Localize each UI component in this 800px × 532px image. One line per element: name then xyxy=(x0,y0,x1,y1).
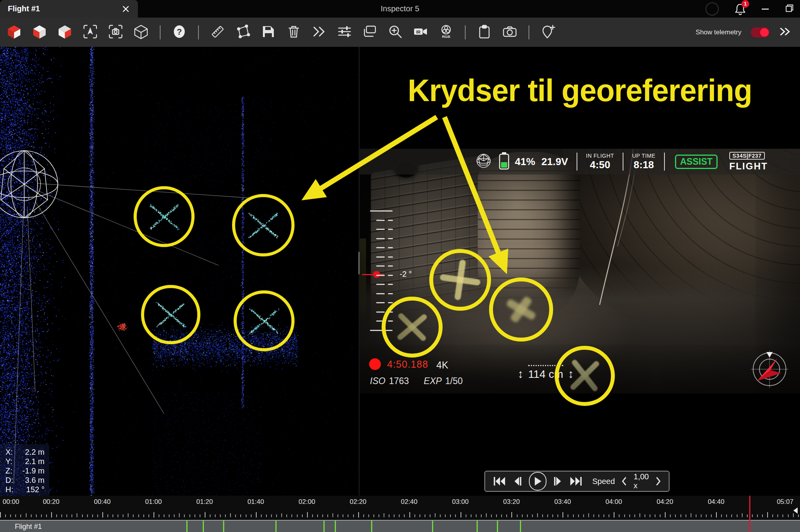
video-panel: Krydser til georeferering xyxy=(360,47,800,496)
notification-bell-icon[interactable]: 1 xyxy=(734,3,746,15)
event-marker[interactable] xyxy=(275,521,277,532)
event-marker[interactable] xyxy=(335,521,336,532)
delete-button[interactable] xyxy=(286,25,302,40)
skip-start-button[interactable] xyxy=(493,476,506,486)
polygon-button[interactable] xyxy=(235,25,251,40)
flight-tab[interactable]: Flight #1 xyxy=(0,0,138,18)
coord-d: D:3.6 m xyxy=(5,475,45,485)
time-label: 02:00 xyxy=(298,498,315,506)
event-marker[interactable] xyxy=(497,521,498,532)
layers-button[interactable] xyxy=(362,25,378,40)
toolbar-separator xyxy=(160,25,161,39)
event-marker[interactable] xyxy=(477,521,478,532)
playback-controls: Speed 1,00 x xyxy=(484,471,670,492)
toolbar-separator xyxy=(465,25,466,39)
view-cube-left-button[interactable] xyxy=(32,25,47,40)
locate-target-button[interactable] xyxy=(82,25,98,40)
speed-decrease-button[interactable] xyxy=(621,477,627,486)
expand-chevrons-icon[interactable] xyxy=(779,26,791,39)
measure-button[interactable] xyxy=(210,25,225,40)
exposure-readout: ISO1763 EXP1/50 xyxy=(370,376,463,386)
battery-voltage: 21.9V xyxy=(541,156,568,168)
minimize-button[interactable] xyxy=(762,4,770,14)
range-readout: ↕ 114 cm ↕ xyxy=(518,365,574,381)
title-bar: Flight #1 Inspector 5 1 xyxy=(0,0,800,18)
playhead[interactable] xyxy=(749,496,750,532)
flight-tab-label: Flight #1 xyxy=(8,4,40,13)
up-time-stat: UP TIME 8:18 xyxy=(632,153,655,170)
record-dot-icon xyxy=(369,358,381,370)
help-icon: ? xyxy=(171,24,187,41)
time-label: 02:40 xyxy=(401,498,418,506)
flight-mode-label: FLIGHT xyxy=(729,161,768,172)
drone-cage-icon xyxy=(475,153,492,171)
frame-forward-button[interactable] xyxy=(553,476,562,486)
more-tools-button[interactable] xyxy=(311,25,327,40)
battery-icon xyxy=(499,152,509,171)
updown-arrow-icon: ↕ xyxy=(568,367,574,381)
view-cube-right-icon xyxy=(57,24,73,41)
geo-add-button[interactable] xyxy=(540,25,556,40)
wireframe-cube-icon xyxy=(133,24,149,41)
view-cube-right-button[interactable] xyxy=(57,25,73,40)
save-button[interactable] xyxy=(261,25,276,40)
session-badge: S34S|F237 xyxy=(729,152,765,160)
play-button[interactable] xyxy=(529,472,546,491)
updown-arrow-icon: ↕ xyxy=(518,367,523,381)
timeline-labels: 00:0000:2000:4001:0001:2001:4002:0002:20… xyxy=(0,498,800,508)
record-indicator: 4:50.188 xyxy=(369,358,428,370)
notification-badge: 1 xyxy=(741,0,749,8)
time-label: 03:40 xyxy=(554,498,571,506)
wireframe-cube-button[interactable] xyxy=(133,25,149,40)
ir-camera-button[interactable]: IR xyxy=(413,25,429,40)
toolbar-separator xyxy=(198,25,199,39)
pointcloud-viewport[interactable]: X:2.2 m Y:2.1 m Z:-1.9 m D:3.6 m H:152 ° xyxy=(0,47,359,496)
time-label: 05:07 xyxy=(777,498,794,506)
telemetry-hud: 41% 21.9V IN FLIGHT 4:50 UP TIME 8:18 AS… xyxy=(360,149,800,174)
assist-badge: ASSIST xyxy=(675,155,718,169)
rgb-camera-button[interactable]: RGB xyxy=(438,25,454,40)
view-cube-red-icon xyxy=(6,24,22,41)
timeline-ticks xyxy=(0,511,800,519)
speed-increase-button[interactable] xyxy=(655,477,661,486)
flight-track[interactable]: Flight #1 xyxy=(0,520,800,532)
polygon-icon xyxy=(235,24,251,41)
event-marker[interactable] xyxy=(520,521,521,532)
event-marker[interactable] xyxy=(223,521,224,532)
clipboard-button[interactable] xyxy=(477,25,492,40)
tab-close-icon[interactable] xyxy=(121,5,130,13)
toolbar: ?IRRGB Show telemetry xyxy=(0,18,800,47)
show-telemetry-toggle[interactable] xyxy=(751,27,770,37)
layers-icon xyxy=(362,24,378,41)
coord-z: Z:-1.9 m xyxy=(5,466,45,475)
event-marker[interactable] xyxy=(186,521,188,532)
timeline[interactable]: 00:0000:2000:4001:0001:2001:4002:0002:20… xyxy=(0,496,800,532)
coord-y: Y:2.1 m xyxy=(5,457,45,466)
position-readout: X:2.2 m Y:2.1 m Z:-1.9 m D:3.6 m H:152 ° xyxy=(0,444,49,496)
event-marker[interactable] xyxy=(371,521,372,532)
time-label: 04:00 xyxy=(605,498,622,506)
capture-view-button[interactable] xyxy=(108,25,123,40)
ir-camera-icon: IR xyxy=(413,24,429,41)
vignette xyxy=(360,149,800,393)
speed-value: 1,00 x xyxy=(634,472,649,490)
svg-text:IR: IR xyxy=(416,29,421,34)
app-title: Inspector 5 xyxy=(381,4,420,13)
skip-end-button[interactable] xyxy=(569,476,582,486)
screenshot-button[interactable] xyxy=(502,25,518,40)
maximize-button[interactable] xyxy=(785,4,794,14)
event-marker[interactable] xyxy=(203,521,204,532)
video-feed[interactable]: 41% 21.9V IN FLIGHT 4:50 UP TIME 8:18 AS… xyxy=(360,149,800,393)
view-cube-red-button[interactable] xyxy=(6,25,22,40)
adjust-button[interactable] xyxy=(337,25,352,40)
help-button[interactable]: ? xyxy=(171,25,187,40)
avatar-placeholder[interactable] xyxy=(705,2,719,16)
zoom-in-button[interactable] xyxy=(388,25,403,40)
heading-compass xyxy=(751,351,788,390)
event-marker[interactable] xyxy=(323,521,325,532)
coord-h: H:152 ° xyxy=(5,485,45,494)
pitch-ladder: -2 ° xyxy=(370,210,413,340)
scrub-marker-icon[interactable] xyxy=(793,507,798,514)
frame-back-button[interactable] xyxy=(513,476,522,486)
event-marker[interactable] xyxy=(432,521,433,532)
